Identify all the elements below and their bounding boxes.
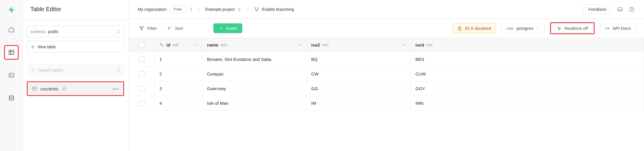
rls-status-button[interactable]: RLS disabled: [452, 23, 496, 33]
unlock-icon: [457, 26, 462, 31]
plan-badge: Free: [170, 6, 186, 13]
column-header-iso2[interactable]: iso2 text: [307, 38, 411, 52]
row-select-cell[interactable]: [128, 52, 155, 66]
insert-button[interactable]: Insert: [213, 23, 243, 33]
unlock-icon: [62, 86, 67, 91]
filter-icon: [139, 26, 144, 31]
cell-name[interactable]: Guernsey: [202, 81, 307, 96]
more-icon[interactable]: •••: [113, 86, 119, 91]
table-row[interactable]: 3GuernseyGGGGY: [128, 81, 644, 96]
search-placeholder: Search tables...: [38, 68, 67, 73]
api-docs-button[interactable]: API Docs: [600, 23, 636, 33]
chevron-down-icon[interactable]: [297, 43, 302, 47]
schema-label: schema:: [31, 29, 46, 34]
cell-iso2[interactable]: GG: [307, 81, 411, 96]
inbox-icon[interactable]: [617, 6, 623, 12]
checkbox[interactable]: [139, 71, 145, 77]
search-tables-input[interactable]: Search tables...: [27, 64, 124, 76]
nav-rail: [0, 0, 23, 151]
column-type: int8: [173, 43, 179, 47]
table-row[interactable]: 1Bonaire, Sint Eustatius and SabaBQBES: [128, 52, 644, 67]
cell-name[interactable]: Curaçao: [202, 67, 307, 81]
filter-label: Filter: [147, 26, 157, 31]
chevron-down-icon[interactable]: [402, 43, 406, 47]
logo-icon[interactable]: [7, 6, 15, 14]
project-name: Example project: [205, 7, 234, 12]
role-label: role: [506, 26, 514, 31]
column-header-id[interactable]: id int8: [155, 38, 202, 52]
role-value: postgres: [516, 26, 533, 31]
org-name: My organization: [138, 7, 167, 12]
sort-label: Sort: [175, 26, 183, 31]
code-icon: [605, 26, 610, 31]
checkbox[interactable]: [139, 56, 145, 62]
cell-iso3[interactable]: GGY: [411, 81, 644, 96]
svg-point-23: [160, 43, 162, 45]
chevron-down-icon: [219, 26, 223, 30]
cell-iso3[interactable]: CUW: [411, 67, 644, 81]
svg-point-5: [9, 96, 13, 97]
toolbar: Filter Sort Insert RLS disabled: [128, 19, 644, 38]
select-all-cell[interactable]: [128, 38, 155, 52]
column-header-iso3[interactable]: iso3 text: [411, 38, 644, 52]
svg-point-14: [255, 7, 256, 8]
table-editor-icon[interactable]: [4, 45, 19, 60]
new-table-button[interactable]: New table: [27, 41, 124, 53]
row-select-cell[interactable]: [128, 96, 155, 110]
table-row[interactable]: 2CuraçaoCWCUW: [128, 67, 644, 81]
checkbox[interactable]: [139, 86, 145, 92]
breadcrumb: My organization Free / Example project /…: [128, 0, 644, 19]
chevron-down-icon[interactable]: [193, 43, 197, 47]
cell-iso2[interactable]: IM: [307, 96, 411, 110]
schema-select[interactable]: schema: public: [27, 26, 124, 37]
insert-label: Insert: [226, 26, 237, 31]
row-select-cell[interactable]: [128, 67, 155, 81]
svg-point-15: [257, 7, 258, 8]
sort-button[interactable]: Sort: [164, 24, 185, 33]
column-header-name[interactable]: name text: [202, 38, 307, 52]
cell-id[interactable]: 1: [155, 52, 202, 66]
cell-id[interactable]: 2: [155, 67, 202, 81]
column-name: iso3: [415, 42, 424, 47]
table-item-countries[interactable]: countries •••: [28, 83, 123, 95]
checkbox[interactable]: [139, 42, 145, 48]
cell-iso2[interactable]: CW: [307, 67, 411, 81]
column-type: text: [322, 43, 328, 47]
feedback-button[interactable]: Feedback: [584, 5, 611, 14]
checkbox[interactable]: [139, 100, 145, 106]
database-icon[interactable]: [4, 91, 19, 105]
cell-name[interactable]: Isle of Man: [202, 96, 307, 110]
data-grid: id int8 name text iso2 text iso3 text: [128, 38, 644, 151]
role-select[interactable]: role postgres: [501, 23, 545, 33]
row-select-cell[interactable]: [128, 81, 155, 96]
help-icon[interactable]: [629, 6, 635, 12]
realtime-button[interactable]: Realtime off: [551, 24, 593, 33]
svg-rect-13: [63, 88, 65, 90]
project-selector[interactable]: Example project: [205, 7, 241, 12]
cell-name[interactable]: Bonaire, Sint Eustatius and Saba: [202, 52, 307, 66]
svg-point-16: [256, 10, 257, 11]
table-icon: [32, 86, 37, 91]
org-selector[interactable]: My organization Free: [138, 6, 193, 13]
primary-key-icon: [159, 43, 164, 47]
enable-branching-button[interactable]: Enable branching: [254, 7, 294, 12]
cell-iso3[interactable]: IMN: [411, 96, 644, 110]
cell-id[interactable]: 3: [155, 81, 202, 96]
plus-icon: [31, 45, 35, 49]
chevron-down-icon: [536, 27, 540, 30]
filter-button[interactable]: Filter: [137, 24, 159, 33]
chevron-updown-icon: [117, 68, 120, 73]
sidebar: Table Editor schema: public New table Se…: [23, 0, 128, 151]
table-row[interactable]: 4Isle of ManIMIMN: [128, 96, 644, 111]
home-icon[interactable]: [4, 22, 19, 37]
sql-editor-icon[interactable]: [4, 68, 19, 83]
cell-iso2[interactable]: BQ: [307, 52, 411, 66]
highlight-box: countries •••: [27, 81, 124, 96]
svg-rect-3: [9, 73, 14, 77]
branch-icon: [254, 7, 259, 12]
cell-id[interactable]: 4: [155, 96, 202, 110]
cell-iso3[interactable]: BES: [411, 52, 644, 66]
svg-point-8: [32, 69, 34, 71]
new-table-label: New table: [38, 44, 56, 49]
highlight-box: Realtime off: [550, 22, 595, 34]
